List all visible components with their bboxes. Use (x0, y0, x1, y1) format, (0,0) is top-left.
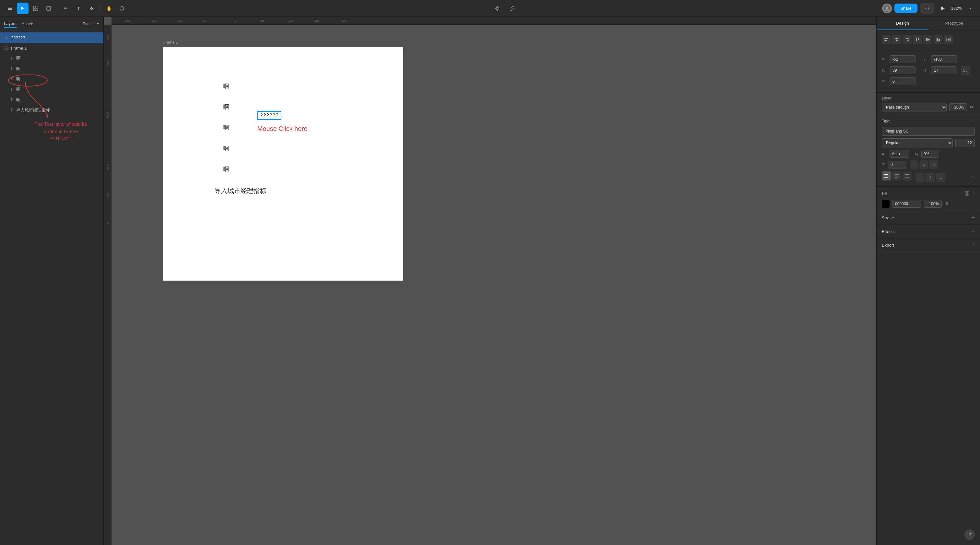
svg-rect-43 (885, 177, 888, 178)
pen-tool-button[interactable]: ✏ (60, 3, 72, 14)
text-section-title: Text (882, 119, 889, 124)
layers-tab[interactable]: Layers (4, 20, 16, 28)
align-row-1 (882, 35, 975, 44)
vert-align-mid-btn[interactable]: ↕ (926, 173, 935, 182)
vert-align-row: ⊤ ↕ ⊥ (915, 173, 945, 182)
svg-rect-44 (895, 174, 899, 175)
align-middle-btn[interactable] (923, 35, 932, 44)
font-name-input[interactable] (882, 127, 975, 136)
fill-remove-btn[interactable]: − (971, 200, 975, 207)
prototype-tab[interactable]: Prototype (929, 17, 980, 30)
vert-align-bot-btn[interactable]: ⊥ (936, 173, 945, 182)
fill-hex-input[interactable] (892, 200, 921, 208)
align-center-h-btn[interactable] (892, 35, 901, 44)
layer-item-ah3[interactable]: T 啊 (0, 74, 103, 84)
svg-rect-23 (896, 38, 898, 39)
user-avatar[interactable] (882, 3, 892, 13)
stroke-add-btn[interactable]: + (971, 215, 975, 221)
paragraph-spacing-input[interactable] (888, 161, 907, 168)
layer-item-import[interactable]: T 导入城市经理指标 (0, 105, 103, 115)
text-box-auto-icon[interactable]: ↔ (910, 160, 918, 169)
font-size-input[interactable] (955, 139, 975, 147)
letter-spacing-input[interactable] (921, 150, 939, 158)
y-input[interactable] (931, 56, 957, 63)
rotate-input[interactable] (889, 78, 915, 85)
effects-add-btn[interactable]: + (971, 228, 975, 235)
align-right-btn[interactable] (902, 35, 912, 44)
canvas-text-ah4[interactable]: 啊 (223, 145, 229, 152)
link-button[interactable] (506, 3, 518, 14)
page-selector[interactable]: Page 1 (83, 22, 100, 26)
canvas-text-ah5[interactable]: 啊 (223, 165, 229, 173)
svg-rect-39 (948, 38, 950, 40)
assets-tab[interactable]: Assets (22, 20, 34, 27)
x-label: X (882, 57, 887, 62)
component-tool-button[interactable] (86, 3, 97, 14)
layer-item-ah1[interactable]: T 啊 (0, 53, 103, 64)
layer-opacity-input[interactable] (949, 103, 967, 111)
text-icon-1: T (9, 56, 14, 60)
export-add-btn[interactable]: + (971, 242, 975, 248)
shape-tool-button[interactable] (43, 3, 54, 14)
fill-section-title: Fill (882, 191, 887, 196)
select-tool-button[interactable] (17, 3, 29, 14)
canvas-area[interactable]: -200 -150 -100 -50 0 50 100 150 200 -300… (104, 17, 876, 545)
fill-visibility-btn[interactable] (944, 201, 950, 207)
comment-tool-button[interactable] (116, 3, 128, 14)
distribute-h-btn[interactable] (944, 35, 953, 44)
layer-visibility-btn[interactable] (970, 105, 975, 110)
blend-mode-select[interactable]: Pass through Normal Multiply Screen Over… (882, 103, 947, 111)
vert-align-top-btn[interactable]: ⊤ (915, 173, 924, 182)
text-tool-button[interactable]: T (73, 3, 84, 14)
layer-item-ah5[interactable]: T 啊 (0, 95, 103, 105)
svg-rect-30 (918, 38, 919, 40)
fill-add-btn[interactable]: + (971, 190, 975, 197)
color-grid-button[interactable] (492, 3, 504, 14)
constrain-ratio-btn[interactable] (961, 66, 970, 75)
play-button[interactable] (937, 3, 948, 14)
canvas-content[interactable]: Frame 1 啊 啊 啊 啊 啊 导入城市经理指标 ?????? Mouse … (111, 25, 876, 545)
font-style-select[interactable]: Regular Bold Italic Bold Italic Light Me… (882, 138, 953, 148)
layer-item-ah2[interactable]: T 啊 (0, 64, 103, 74)
frame-tool-button[interactable] (30, 3, 41, 14)
right-panel: Design Prototype (876, 17, 980, 545)
canvas-text-ah2[interactable]: 啊 (223, 103, 229, 111)
hand-tool-button[interactable]: ✋ (103, 3, 115, 14)
right-panel-tabs: Design Prototype (877, 17, 980, 30)
layer-item-selected[interactable]: T ?????? (0, 32, 103, 43)
w-input[interactable] (889, 67, 915, 74)
text-more-options-btn[interactable]: ⋯ (970, 118, 975, 124)
svg-rect-26 (906, 38, 908, 39)
canvas-text-import[interactable]: 导入城市经理指标 (215, 187, 266, 195)
menu-button[interactable] (4, 3, 16, 14)
design-tab[interactable]: Design (877, 17, 929, 30)
align-text-left-btn[interactable] (882, 172, 891, 181)
code-button[interactable] (920, 3, 934, 14)
align-left-btn[interactable] (882, 35, 891, 44)
svg-rect-3 (33, 6, 35, 8)
canvas-text-ah3[interactable]: 啊 (223, 124, 229, 132)
align-bottom-btn[interactable] (934, 35, 943, 44)
fill-opacity-input[interactable] (924, 200, 942, 208)
align-text-right-btn[interactable] (902, 172, 912, 181)
align-top-btn[interactable] (913, 35, 922, 44)
layer-item-frame1[interactable]: Frame 1 (0, 43, 103, 53)
ruler-vertical: -300 -200 -200 -100 -50 0 (104, 25, 111, 545)
text-options-more-btn[interactable]: ⋯ (970, 175, 975, 180)
zoom-label: 182% (951, 6, 962, 11)
layer-item-ah4[interactable]: T 啊 (0, 84, 103, 95)
align-text-center-btn[interactable] (892, 172, 901, 181)
w-label: W (882, 68, 887, 73)
fill-color-swatch[interactable] (882, 200, 889, 208)
x-input[interactable] (889, 56, 915, 63)
text-type-icon: T (4, 35, 9, 40)
zoom-dropdown-button[interactable] (964, 3, 976, 14)
line-height-input[interactable] (889, 150, 909, 158)
h-input[interactable] (931, 67, 957, 74)
share-button[interactable]: Share (894, 3, 918, 13)
text-box-fixed-icon[interactable]: ≡ (920, 160, 928, 169)
selected-text-element[interactable]: ?????? (257, 111, 281, 120)
canvas-text-ah1[interactable]: 啊 (223, 82, 229, 90)
help-button[interactable]: ? (964, 529, 975, 540)
text-box-wrap-icon[interactable]: □ (929, 160, 937, 169)
